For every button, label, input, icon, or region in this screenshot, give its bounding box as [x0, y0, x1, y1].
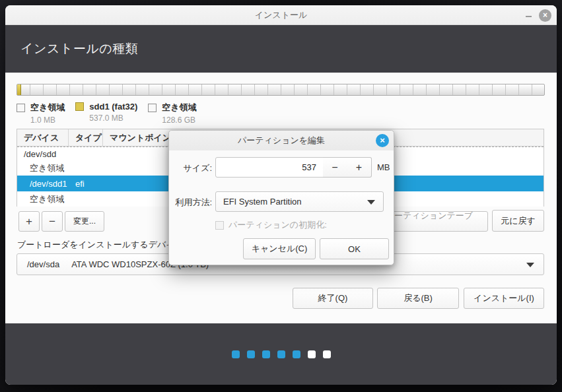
- progress-dot: [247, 350, 255, 358]
- free-space-swatch: [17, 104, 25, 112]
- sdd1-swatch: [75, 102, 84, 111]
- revert-button[interactable]: 元に戻す: [492, 210, 544, 232]
- legend-item-free2: 空き領域 128.6 GB: [148, 102, 196, 125]
- legend-size: 537.0 MB: [89, 114, 137, 123]
- cell-device: /dev/sdd1: [17, 179, 69, 189]
- progress-dots: [232, 350, 331, 358]
- format-partition-label: パーティションの初期化:: [228, 219, 327, 231]
- progress-dot: [232, 350, 240, 358]
- usage-select[interactable]: EFI System Partition: [215, 191, 384, 212]
- quit-button[interactable]: 終了(Q): [293, 288, 373, 309]
- window-title: インストール: [255, 9, 308, 21]
- size-decrement-button[interactable]: −: [323, 157, 347, 178]
- chevron-down-icon: [526, 263, 534, 267]
- close-icon[interactable]: ×: [539, 9, 551, 22]
- legend-item-sdd1: sdd1 (fat32) 537.0 MB: [75, 102, 137, 125]
- chevron-down-icon: [367, 200, 375, 205]
- partition-legend: 空き領域 1.0 MB sdd1 (fat32) 537.0 MB 空き領域 1…: [17, 102, 207, 125]
- legend-size: 1.0 MB: [30, 115, 65, 125]
- size-label: サイズ:: [169, 162, 212, 174]
- edit-partition-dialog: パーティションを編集 × サイズ: − + MB 利用方法: EFI Syste…: [168, 130, 394, 265]
- install-button[interactable]: インストール(I): [464, 288, 544, 309]
- progress-dot: [262, 350, 270, 358]
- progress-dot: [293, 350, 300, 358]
- page-title: インストールの種類: [5, 40, 138, 57]
- dialog-title: パーティションを編集: [238, 135, 325, 147]
- cancel-button[interactable]: キャンセル(C): [243, 238, 316, 259]
- change-partition-button[interactable]: 変更...: [65, 211, 104, 232]
- legend-item-free1: 空き領域 1.0 MB: [17, 102, 65, 125]
- free-space-swatch: [148, 104, 157, 112]
- size-increment-button[interactable]: +: [347, 157, 372, 178]
- window-titlebar[interactable]: インストール ×: [5, 5, 557, 25]
- progress-footer: [5, 323, 557, 385]
- ok-button[interactable]: OK: [320, 238, 389, 259]
- column-header-device[interactable]: デバイス: [17, 129, 69, 146]
- cell-device: 空き領域: [17, 193, 69, 205]
- bootloader-device: /dev/sda: [27, 259, 59, 269]
- bootloader-label: ブートローダをインストールするデバイス:: [17, 239, 186, 251]
- legend-label: 空き領域: [162, 102, 196, 114]
- legend-size: 128.6 GB: [162, 115, 196, 125]
- remove-partition-button[interactable]: −: [42, 211, 63, 232]
- progress-dot: [308, 350, 316, 358]
- format-partition-row: パーティションの初期化:: [215, 219, 327, 231]
- progress-dot: [277, 350, 285, 358]
- partition-segment-sdd1: [17, 84, 21, 95]
- progress-dot: [323, 350, 331, 358]
- column-header-type[interactable]: タイプ: [69, 129, 103, 146]
- minimize-button[interactable]: [524, 11, 532, 19]
- size-unit-label: MB: [377, 162, 390, 172]
- dialog-titlebar[interactable]: パーティションを編集 ×: [169, 131, 394, 150]
- back-button[interactable]: 戻る(B): [377, 288, 459, 309]
- usage-selected-value: EFI System Partition: [223, 197, 301, 207]
- legend-label: 空き領域: [30, 102, 65, 114]
- size-input[interactable]: [215, 157, 324, 178]
- page-header: インストールの種類: [5, 25, 557, 73]
- cell-device: /dev/sdd: [17, 149, 69, 159]
- usage-label: 利用方法:: [169, 197, 212, 209]
- add-partition-button[interactable]: +: [18, 211, 40, 232]
- cell-type: efi: [69, 179, 103, 189]
- dialog-close-icon[interactable]: ×: [376, 134, 389, 147]
- legend-label: sdd1 (fat32): [89, 102, 137, 112]
- partition-bar: [17, 84, 545, 96]
- format-partition-checkbox[interactable]: [215, 221, 224, 230]
- cell-device: 空き領域: [17, 162, 69, 174]
